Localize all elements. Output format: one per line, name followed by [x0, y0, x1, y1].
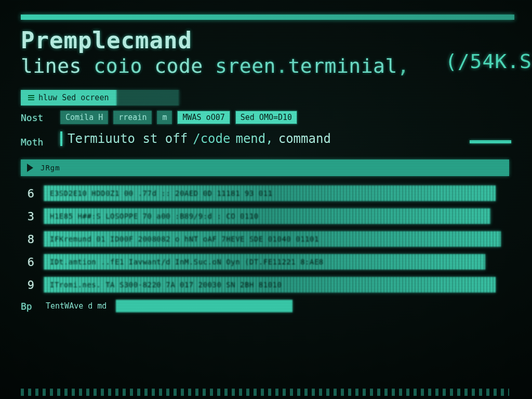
- pill[interactable]: Sed OMO=D10: [235, 111, 297, 124]
- subtitle-word-2: coio: [94, 55, 142, 77]
- cmd-seg: Termiuuto st off: [68, 131, 188, 146]
- subtitle-word-4: sreen: [215, 55, 276, 77]
- line-bar: IDt.amtion ..fE1 Iavwant/d InM.Suc.oN Oy…: [44, 254, 485, 270]
- cmd-seg: /code: [193, 131, 230, 146]
- row-label-nost: Nost: [21, 112, 53, 123]
- line-bar: ITromi.nes. TA S300-8220 7A 017 20030 SN…: [44, 277, 496, 292]
- tab-inactive[interactable]: [117, 90, 179, 105]
- line-bar: H1E85 H##:S LOSOPPE 70 a00 :B89/9:d : CO…: [44, 208, 490, 224]
- line-number: 6: [21, 187, 34, 200]
- command-line[interactable]: Termiuuto st off/code mend, command: [60, 131, 331, 146]
- line-bar: E3SD2E10 HDD0Z1 00 .77d :: 20AED 0D 1118…: [44, 185, 496, 201]
- footer-row: Bp TentWAve d md: [21, 300, 532, 312]
- row-moth: Moth Termiuuto st off/code mend, command: [21, 130, 532, 153]
- subtitle-word-5: terminial: [288, 55, 397, 77]
- pill-group: Comila H rreain m MWAS oO07 Sed OMO=D10: [60, 111, 297, 124]
- row-nost: Nost Comila H rreain m MWAS oO07 Sed OMO…: [21, 111, 532, 124]
- pill[interactable]: rreain: [113, 111, 152, 124]
- pill[interactable]: m: [157, 111, 172, 124]
- row-label-moth: Moth: [21, 137, 53, 148]
- status-badge: (/54K.S: [445, 50, 532, 73]
- pill[interactable]: MWAS oO07: [177, 111, 230, 124]
- tab-active[interactable]: hluw Sed ocreen: [21, 90, 117, 105]
- run-bar[interactable]: JRgm: [21, 159, 509, 176]
- subtitle-word-3: code: [154, 55, 203, 77]
- divider-dash: [470, 140, 511, 143]
- footer-bar: [116, 300, 292, 312]
- cursor-icon: [60, 131, 62, 146]
- line-number: 6: [21, 256, 34, 269]
- footer-text: TentWAve d md: [46, 301, 107, 311]
- output-line: 6 E3SD2E10 HDD0Z1 00 .77d :: 20AED 0D 11…: [21, 185, 532, 201]
- line-number: 3: [21, 210, 34, 223]
- output-line: 6 IDt.amtion ..fE1 Iavwant/d InM.Suc.oN …: [21, 254, 532, 270]
- footer-label: Bp: [21, 301, 36, 312]
- line-bar: IFKremund 01 ID00F 2008082 o hNT oAF 7HE…: [44, 231, 501, 247]
- line-number: 9: [21, 278, 34, 291]
- menu-icon: [28, 95, 34, 100]
- output-line: 3 H1E85 H##:S LOSOPPE 70 a00 :B89/9:d : …: [21, 208, 532, 224]
- subtitle-word-1: lines: [21, 55, 82, 77]
- run-label: JRgm: [41, 164, 60, 172]
- cmd-seg: mend,: [235, 131, 273, 146]
- pill[interactable]: Comila H: [60, 111, 108, 124]
- tab-strip: hluw Sed ocreen: [21, 90, 532, 105]
- tab-label: hluw Sed ocreen: [38, 93, 109, 102]
- play-icon: [27, 164, 33, 172]
- ruler-ticks: [21, 389, 509, 396]
- output-list: 6 E3SD2E10 HDD0Z1 00 .77d :: 20AED 0D 11…: [21, 185, 532, 292]
- cmd-seg: command: [278, 131, 331, 146]
- line-number: 8: [21, 233, 34, 246]
- output-line: 8 IFKremund 01 ID00F 2008082 o hNT oAF 7…: [21, 231, 532, 247]
- title-bar-accent: [21, 15, 514, 20]
- output-line: 9 ITromi.nes. TA S300-8220 7A 017 20030 …: [21, 277, 532, 292]
